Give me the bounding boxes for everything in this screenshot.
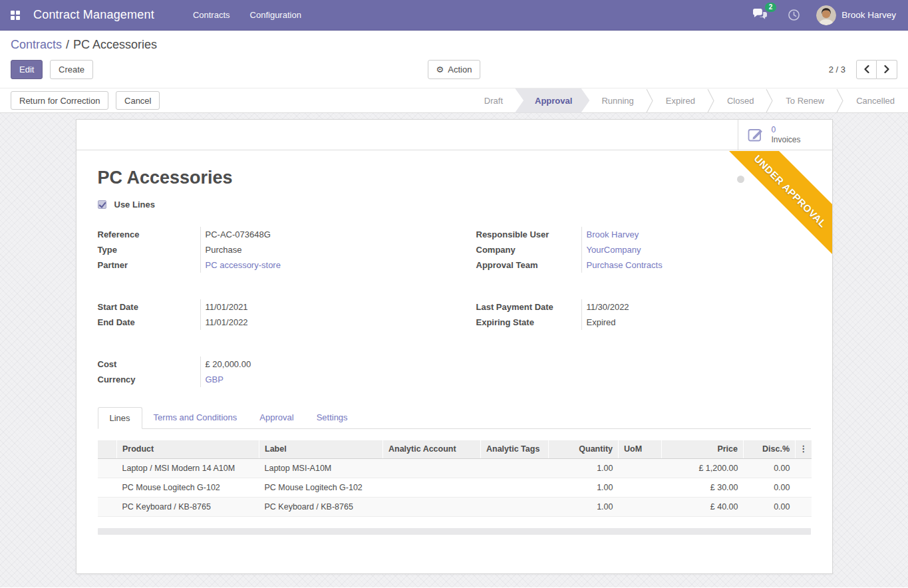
edit-note-icon <box>748 127 764 142</box>
disc-cell[interactable]: 0.00 <box>744 478 796 497</box>
field-label: Reference <box>98 227 200 242</box>
pager-previous-button[interactable] <box>856 60 877 79</box>
image-placeholder-dot <box>737 176 744 183</box>
pager-next-button[interactable] <box>877 60 897 79</box>
uom-cell[interactable] <box>619 458 662 478</box>
price-cell[interactable]: £ 1,200.00 <box>662 458 744 478</box>
price-cell[interactable]: £ 30.00 <box>662 478 744 497</box>
field-label: Expiring State <box>476 315 581 330</box>
quantity-cell[interactable]: 1.00 <box>549 478 619 497</box>
expiring-state-value: Expired <box>581 315 811 330</box>
analytic-account-cell[interactable] <box>383 478 481 497</box>
quantity-cell[interactable]: 1.00 <box>549 497 619 516</box>
label-cell[interactable]: PC Keyboard / KB-8765 <box>259 497 383 516</box>
optional-columns-toggle[interactable]: ⋮ <box>796 440 812 458</box>
column-header-product[interactable]: Product <box>117 440 259 458</box>
status-step-closed[interactable]: Closed <box>715 88 766 113</box>
breadcrumb-parent-link[interactable]: Contracts <box>11 38 62 51</box>
company-link[interactable]: YourCompany <box>581 242 811 257</box>
status-step-approval[interactable]: Approval <box>515 88 589 113</box>
label-cell[interactable]: PC Mouse Logitech G-102 <box>259 478 383 497</box>
edit-button[interactable]: Edit <box>11 60 43 79</box>
product-cell[interactable]: Laptop / MSI Modern 14 A10M <box>117 458 259 478</box>
menu-configuration[interactable]: Configuration <box>250 10 301 20</box>
status-step-running[interactable]: Running <box>589 88 645 113</box>
action-button[interactable]: ⚙ Action <box>428 60 481 79</box>
row-handle-cell[interactable] <box>98 478 117 497</box>
top-navbar: Contract Management Contracts Configurat… <box>0 0 908 31</box>
table-horizontal-scrollbar[interactable] <box>98 528 811 535</box>
activities-button[interactable] <box>788 9 800 21</box>
create-button[interactable]: Create <box>50 60 93 79</box>
app-brand-title[interactable]: Contract Management <box>33 8 154 22</box>
analytic-account-cell[interactable] <box>383 458 481 478</box>
analytic-tags-cell[interactable] <box>481 497 549 516</box>
apps-grid-icon <box>11 11 20 20</box>
price-cell[interactable]: £ 40.00 <box>662 497 744 516</box>
column-header-label[interactable]: Label <box>259 440 383 458</box>
field-label: Cost <box>98 357 200 372</box>
tab-settings[interactable]: Settings <box>305 407 359 429</box>
field-label: Last Payment Date <box>476 299 581 315</box>
use-lines-checkbox[interactable] <box>98 200 106 209</box>
action-button-label: Action <box>448 65 472 74</box>
tab-terms-and-conditions[interactable]: Terms and Conditions <box>142 407 249 429</box>
menu-contracts[interactable]: Contracts <box>193 10 230 20</box>
apps-menu-button[interactable] <box>4 4 27 27</box>
field-currency: Currency GBP <box>98 372 432 387</box>
field-company: Company YourCompany <box>476 242 811 257</box>
row-handle-cell[interactable] <box>98 497 117 516</box>
analytic-tags-cell[interactable] <box>481 478 549 497</box>
disc-cell[interactable]: 0.00 <box>744 458 796 478</box>
approval-team-link[interactable]: Purchase Contracts <box>581 257 811 273</box>
uom-cell[interactable] <box>619 497 662 516</box>
column-header-analytic-account[interactable]: Analytic Account <box>383 440 481 458</box>
table-row[interactable]: PC Mouse Logitech G-102 PC Mouse Logitec… <box>98 478 812 497</box>
product-cell[interactable]: PC Keyboard / KB-8765 <box>117 497 259 516</box>
column-header-quantity[interactable]: Quantity <box>549 440 619 458</box>
currency-link[interactable]: GBP <box>200 372 432 387</box>
handle-column-header <box>98 440 117 458</box>
responsible-user-link[interactable]: Brook Harvey <box>581 227 811 242</box>
disc-cell[interactable]: 0.00 <box>744 497 796 516</box>
chevron-left-icon <box>863 65 870 73</box>
field-reference: Reference PC-AC-073648G <box>98 227 432 242</box>
status-step-expired[interactable]: Expired <box>654 88 707 113</box>
table-row[interactable]: Laptop / MSI Modern 14 A10M Laptop MSI-A… <box>98 458 812 478</box>
field-end-date: End Date 11/01/2022 <box>98 315 432 330</box>
uom-cell[interactable] <box>619 478 662 497</box>
analytic-account-cell[interactable] <box>383 497 481 516</box>
column-header-analytic-tags[interactable]: Analytic Tags <box>481 440 549 458</box>
tab-approval[interactable]: Approval <box>248 407 305 429</box>
column-header-uom[interactable]: UoM <box>619 440 662 458</box>
status-steps: Draft Approval Running Expired Closed To… <box>472 88 908 113</box>
field-label: Approval Team <box>476 257 581 273</box>
cancel-button[interactable]: Cancel <box>116 91 160 110</box>
tab-lines[interactable]: Lines <box>98 407 142 429</box>
field-expiring-state: Expiring State Expired <box>476 315 811 330</box>
field-cost: Cost £ 20,000.00 <box>98 357 432 372</box>
status-step-cancelled[interactable]: Cancelled <box>844 88 907 113</box>
product-cell[interactable]: PC Mouse Logitech G-102 <box>117 478 259 497</box>
pager-count: 2 / 3 <box>829 65 845 74</box>
use-lines-label: Use Lines <box>114 200 155 210</box>
row-handle-cell[interactable] <box>98 458 117 478</box>
column-header-disc[interactable]: Disc.% <box>744 440 796 458</box>
messages-button[interactable]: 2 <box>752 8 768 23</box>
page-title: PC Accessories <box>98 168 811 188</box>
return-for-correction-button[interactable]: Return for Correction <box>11 91 108 110</box>
column-header-price[interactable]: Price <box>662 440 744 458</box>
status-step-draft[interactable]: Draft <box>472 88 515 113</box>
invoices-stat-button[interactable]: 0 Invoices <box>738 120 832 150</box>
step-separator-icon <box>707 88 715 113</box>
status-step-to-renew[interactable]: To Renew <box>774 88 836 113</box>
analytic-tags-cell[interactable] <box>481 458 549 478</box>
label-cell[interactable]: Laptop MSI-A10M <box>259 458 383 478</box>
partner-link[interactable]: PC accessory-store <box>200 257 432 273</box>
user-menu[interactable]: Brook Harvey <box>816 5 896 25</box>
use-lines-field: Use Lines <box>98 200 811 210</box>
table-row[interactable]: PC Keyboard / KB-8765 PC Keyboard / KB-8… <box>98 497 812 516</box>
quantity-cell[interactable]: 1.00 <box>549 458 619 478</box>
breadcrumb-separator: / <box>66 38 69 51</box>
field-type: Type Purchase <box>98 242 432 257</box>
